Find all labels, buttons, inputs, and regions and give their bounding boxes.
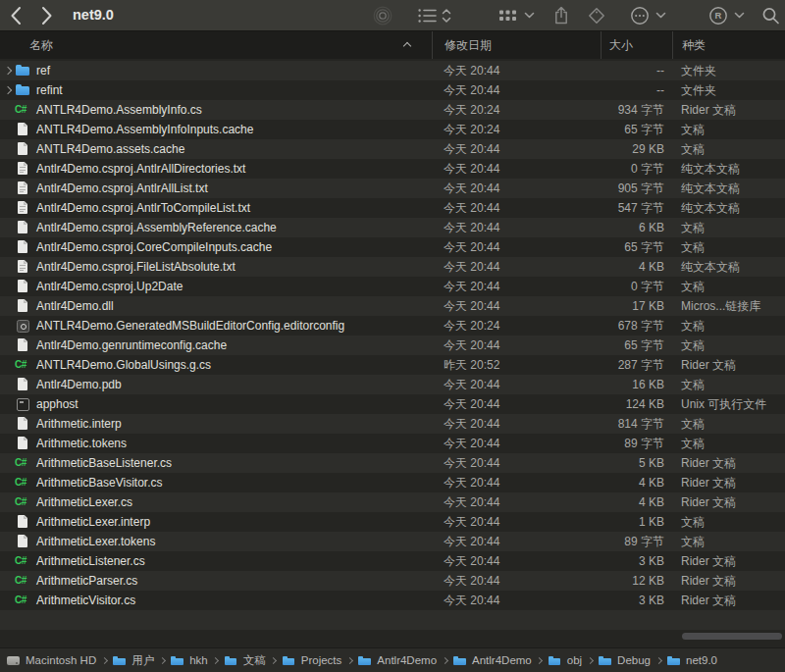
table-row[interactable]: Arithmetic.interp 今天 20:44 814 字节 文稿 (0, 414, 785, 434)
table-row[interactable]: Antlr4Demo.csproj.Up2Date 今天 20:44 0 字节 … (0, 277, 785, 296)
file-name-cell: ref (0, 63, 432, 78)
table-row[interactable]: Antlr4Demo.csproj.AntlrAllDirectories.tx… (0, 159, 785, 179)
file-kind-value: 纯文本文稿 (672, 161, 785, 178)
file-size-value: 1 KB (601, 515, 672, 529)
search-button[interactable] (761, 6, 780, 25)
group-by-button[interactable] (498, 7, 518, 24)
file-size-value: 89 字节 (601, 534, 672, 550)
document-icon (15, 377, 30, 392)
table-row[interactable]: ArithmeticListener.cs 今天 20:44 3 KB Ride… (0, 551, 785, 571)
breadcrumb-item[interactable]: Debug (598, 654, 666, 667)
breadcrumb-item[interactable]: Antlr4Demo (452, 654, 548, 667)
table-row[interactable]: ArithmeticBaseListener.cs 今天 20:44 5 KB … (0, 453, 785, 473)
svg-text:R: R (715, 10, 722, 21)
table-row[interactable]: ANTLR4Demo.GlobalUsings.g.cs 昨天 20:52 28… (0, 355, 785, 375)
table-row[interactable]: Antlr4Demo.genruntimeconfig.cache 今天 20:… (0, 336, 785, 355)
tag-button[interactable] (588, 7, 605, 25)
text-document-icon (15, 181, 30, 196)
list-view-button[interactable] (418, 8, 438, 24)
file-size-value: 0 字节 (601, 161, 672, 178)
airdrop-icon[interactable] (373, 6, 392, 26)
table-row[interactable]: Antlr4Demo.csproj.CoreCompileInputs.cach… (0, 237, 785, 257)
table-row[interactable]: ANTLR4Demo.AssemblyInfoInputs.cache 今天 2… (0, 120, 785, 139)
breadcrumb-item[interactable]: 文稿 (224, 653, 282, 668)
file-name-cell: Antlr4Demo.csproj.FileListAbsolute.txt (0, 259, 432, 275)
group-by-chevron[interactable] (524, 12, 535, 20)
date-modified-value: 今天 20:44 (432, 141, 601, 158)
breadcrumb-item[interactable]: Antlr4Demo (357, 654, 452, 667)
table-row[interactable]: refint 今天 20:44 -- 文件夹 (0, 80, 785, 100)
column-header-date-modified[interactable]: 修改日期 (432, 31, 601, 59)
file-size-value: 814 字节 (601, 416, 672, 433)
file-kind-value: 文稿 (672, 377, 785, 393)
file-kind-value: Rider 文稿 (672, 494, 785, 511)
share-button[interactable] (553, 6, 569, 25)
file-size-value: 4 KB (601, 476, 672, 490)
table-row[interactable]: Antlr4Demo.csproj.AntlrToCompileList.txt… (0, 198, 785, 218)
table-row[interactable]: ANTLR4Demo.AssemblyInfo.cs 今天 20:24 934 … (0, 100, 785, 120)
table-row[interactable]: apphost 今天 20:44 124 KB Unix 可执行文件 (0, 394, 785, 414)
column-header-size[interactable]: 大小 (601, 31, 672, 59)
forward-button[interactable] (41, 6, 53, 26)
table-row[interactable]: ArithmeticVisitor.cs 今天 20:44 3 KB Rider… (0, 591, 785, 610)
date-modified-value: 今天 20:44 (432, 200, 601, 217)
path-bar: Macintosh HD 用户 hkh 文稿 (0, 647, 785, 672)
table-row[interactable]: ArithmeticLexer.cs 今天 20:44 4 KB Rider 文… (0, 492, 785, 512)
breadcrumb-item[interactable]: obj (548, 654, 598, 667)
more-actions-chevron[interactable] (655, 12, 666, 20)
table-row[interactable]: Antlr4Demo.pdb 今天 20:44 16 KB 文稿 (0, 375, 785, 394)
breadcrumb-item[interactable]: hkh (170, 654, 224, 667)
column-header-kind[interactable]: 种类 (672, 31, 785, 59)
breadcrumb-item[interactable]: net9.0 (666, 654, 717, 667)
date-modified-value: 今天 20:44 (432, 298, 601, 315)
table-row[interactable]: Antlr4Demo.csproj.AssemblyReference.cach… (0, 218, 785, 237)
table-row[interactable]: ArithmeticLexer.interp 今天 20:44 1 KB 文稿 (0, 512, 785, 532)
share-icon (553, 6, 569, 25)
column-header-name[interactable]: 名称 (0, 31, 432, 59)
table-row[interactable]: Arithmetic.tokens 今天 20:44 89 字节 文稿 (0, 434, 785, 453)
date-modified-value: 今天 20:44 (432, 279, 601, 295)
file-name: ArithmeticBaseVisitor.cs (36, 476, 163, 490)
csharp-file-icon (15, 455, 30, 471)
table-row[interactable]: ArithmeticLexer.tokens 今天 20:44 89 字节 文稿 (0, 532, 785, 551)
folder-icon (224, 654, 238, 667)
drive-icon (6, 654, 21, 667)
table-row[interactable]: ANTLR4Demo.assets.cache 今天 20:44 29 KB 文… (0, 139, 785, 159)
table-row[interactable]: ArithmeticParser.cs 今天 20:44 12 KB Rider… (0, 571, 785, 591)
disclosure-chevron-icon[interactable] (4, 82, 15, 98)
horizontal-scrollbar-thumb[interactable] (682, 633, 782, 640)
sort-direction-button[interactable] (442, 8, 451, 24)
file-kind-value: 文稿 (672, 220, 785, 236)
file-name-cell: ANTLR4Demo.AssemblyInfoInputs.cache (0, 122, 432, 137)
table-row[interactable]: Antlr4Demo.csproj.AntlrAllList.txt 今天 20… (0, 179, 785, 198)
file-name: ArithmeticLexer.interp (36, 515, 150, 529)
rider-extension-button[interactable]: R (708, 6, 728, 26)
file-name: ArithmeticParser.cs (36, 574, 137, 588)
rider-extension-chevron[interactable] (734, 12, 745, 20)
file-name-cell: ANTLR4Demo.GeneratedMSBuildEditorConfig.… (0, 318, 432, 334)
breadcrumb-item[interactable]: Projects (282, 654, 358, 667)
date-modified-value: 今天 20:44 (432, 593, 601, 609)
file-name-cell: ArithmeticLexer.cs (0, 494, 432, 510)
file-name: Antlr4Demo.csproj.AntlrAllDirectories.tx… (36, 162, 245, 176)
table-row[interactable]: ArithmeticBaseVisitor.cs 今天 20:44 4 KB R… (0, 473, 785, 492)
column-header-name-label: 名称 (29, 37, 53, 54)
table-row[interactable]: Antlr4Demo.dll 今天 20:44 17 KB Micros...链… (0, 296, 785, 316)
breadcrumb-item[interactable]: Macintosh HD (6, 654, 112, 667)
file-name: Antlr4Demo.csproj.AntlrToCompileList.txt (36, 201, 250, 215)
ellipsis-circle-icon (630, 6, 650, 26)
unix-executable-icon (15, 396, 30, 412)
table-row[interactable]: ref 今天 20:44 -- 文件夹 (0, 61, 785, 80)
breadcrumb-item[interactable]: 用户 (112, 653, 170, 668)
table-row[interactable]: ANTLR4Demo.GeneratedMSBuildEditorConfig.… (0, 316, 785, 336)
date-modified-value: 今天 20:44 (432, 220, 601, 236)
disclosure-chevron-icon[interactable] (4, 63, 15, 78)
document-icon (15, 279, 30, 294)
file-size-value: 124 KB (601, 397, 672, 411)
more-actions-button[interactable] (630, 6, 650, 26)
file-name: ANTLR4Demo.GeneratedMSBuildEditorConfig.… (36, 319, 344, 333)
table-row[interactable]: Antlr4Demo.csproj.FileListAbsolute.txt 今… (0, 257, 785, 277)
back-button[interactable] (10, 6, 22, 26)
file-size-value: 3 KB (601, 554, 672, 568)
file-name-cell: Arithmetic.interp (0, 416, 432, 432)
